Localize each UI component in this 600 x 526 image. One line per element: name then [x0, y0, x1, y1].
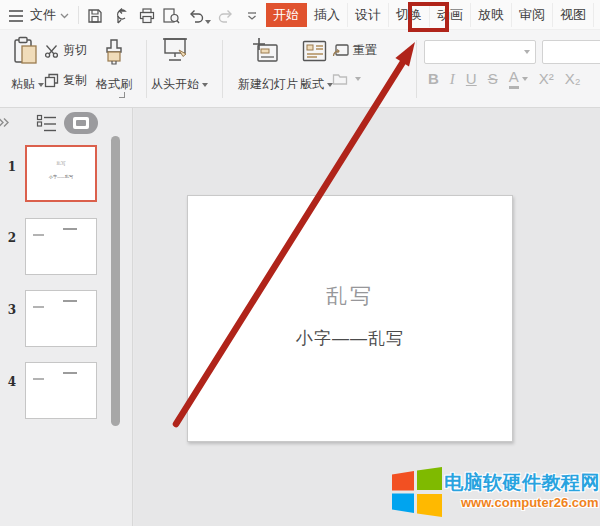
slide-view-icon [73, 117, 89, 129]
reset-label: 重置 [353, 42, 377, 59]
from-beginning-caret-icon [202, 83, 208, 87]
font-color-button[interactable]: A [509, 68, 528, 89]
thumbnail-subtitle-text: 小字——乱写 [46, 174, 77, 180]
ribbon-tabs: 开始 插入 设计 切换 动画 放映 审阅 视图 开发工具 会员专享 [266, 0, 600, 30]
tab-insert[interactable]: 插入 [307, 3, 348, 27]
slide-panel-scrollbar[interactable] [111, 136, 120, 426]
superscript-button[interactable]: X² [539, 70, 554, 88]
copy-icon [44, 73, 59, 88]
cut-button[interactable]: 剪切 [44, 42, 87, 59]
bold-button[interactable]: B [428, 70, 439, 88]
editing-area: 乱写 小字——乱写 电脑软硬件教程网 www.computer26.com [134, 108, 600, 526]
slide-view-toggle[interactable] [64, 112, 98, 134]
format-painter-icon[interactable] [102, 38, 126, 66]
print-icon[interactable] [138, 6, 156, 26]
new-slide-icon[interactable] [251, 36, 279, 66]
section-caret-icon [355, 77, 361, 81]
section-icon [332, 72, 348, 86]
slide-title[interactable]: 乱写 [188, 282, 512, 310]
new-slide-button[interactable]: 新建幻灯片 [238, 76, 307, 93]
ribbon-divider [416, 40, 417, 98]
font-format-group: B I U S A X² X₂ [428, 68, 581, 89]
slide-number: 4 [4, 375, 20, 389]
from-beginning-button[interactable]: 从头开始 [151, 76, 208, 93]
thumbnail-title-text: 乱写 [44, 160, 78, 167]
reset-button[interactable]: 重置 [332, 42, 377, 59]
tab-transitions[interactable]: 切换 [389, 3, 430, 27]
slide-subtitle[interactable]: 小字——乱写 [188, 327, 512, 350]
print-preview-icon[interactable] [162, 6, 181, 26]
thumbnail-text-placeholder [63, 228, 77, 230]
thumbnail-text-placeholder [63, 372, 77, 374]
font-size-select[interactable] [542, 40, 600, 64]
thumbnail-text-placeholder [33, 306, 44, 308]
undo-dropdown-caret-icon[interactable] [205, 12, 211, 32]
clipboard-dialog-launcher[interactable] [119, 92, 125, 98]
from-beginning-label: 从头开始 [151, 76, 199, 93]
export-pdf-icon[interactable] [112, 6, 130, 26]
tab-view[interactable]: 视图 [553, 3, 594, 27]
watermark-site-url: www.computer26.com [461, 495, 599, 510]
font-name-caret-icon [524, 50, 530, 54]
copy-button[interactable]: 复制 [44, 72, 87, 89]
customize-toolbar-icon[interactable] [246, 6, 258, 26]
file-menu-button[interactable]: 文件 [30, 0, 56, 30]
tab-dev-tools[interactable]: 开发工具 [594, 3, 600, 27]
format-painter-button[interactable]: 格式刷 [96, 76, 132, 93]
tab-home[interactable]: 开始 [266, 3, 307, 27]
slide-number: 2 [4, 231, 20, 245]
layout-icon[interactable] [302, 40, 327, 62]
slide-number: 1 [4, 160, 20, 174]
undo-icon[interactable] [188, 6, 205, 26]
reset-icon [332, 43, 349, 58]
copy-label: 复制 [63, 72, 87, 89]
ribbon-divider [146, 40, 147, 98]
slide-panel: 1 乱写 小字——乱写 2 3 4 [0, 108, 133, 526]
outline-view-button[interactable] [36, 114, 58, 133]
paste-label: 粘贴 [11, 76, 35, 93]
wps-presentation-window: 文件 开始 插入 设计 [0, 0, 600, 526]
file-menu-chevron-icon[interactable] [60, 6, 69, 26]
slide-thumbnail-2[interactable] [25, 218, 97, 275]
watermark-site-name: 电脑软硬件教程网 [444, 470, 600, 496]
thumbnail-text-placeholder [33, 378, 44, 380]
font-name-select[interactable] [424, 40, 536, 64]
scissors-icon [44, 44, 59, 58]
cut-label: 剪切 [63, 42, 87, 59]
tab-review[interactable]: 审阅 [512, 3, 553, 27]
font-color-label: A [509, 68, 519, 89]
menu-bar: 文件 开始 插入 设计 [0, 0, 600, 30]
panel-expand-chevron-icon[interactable] [0, 116, 10, 129]
slide-number: 3 [4, 303, 20, 317]
tab-animation[interactable]: 动画 [430, 3, 471, 27]
from-beginning-icon[interactable] [159, 36, 191, 66]
tab-slideshow[interactable]: 放映 [471, 3, 512, 27]
ribbon-toolbar: 粘贴 剪切 复制 格式刷 从头开始 [0, 30, 600, 108]
slide-thumbnail-4[interactable] [25, 362, 97, 419]
thumbnail-text-placeholder [63, 300, 77, 302]
underline-button[interactable]: U [466, 70, 477, 88]
ribbon-divider [222, 40, 223, 98]
font-color-caret-icon [522, 77, 528, 81]
paste-icon[interactable] [13, 36, 39, 66]
format-painter-label: 格式刷 [96, 76, 132, 93]
layout-button[interactable]: 版式 [300, 76, 333, 93]
menubar-divider [78, 6, 79, 24]
slide-canvas[interactable]: 乱写 小字——乱写 [187, 195, 513, 442]
thumbnail-text-placeholder [33, 234, 44, 236]
section-button[interactable] [332, 72, 361, 86]
new-slide-label: 新建幻灯片 [238, 76, 298, 93]
italic-button[interactable]: I [450, 70, 455, 88]
windows-logo-icon [392, 467, 442, 517]
slide-thumbnail-1[interactable]: 乱写 小字——乱写 [25, 145, 97, 202]
layout-label: 版式 [300, 76, 324, 93]
strikethrough-button[interactable]: S [488, 70, 498, 88]
hamburger-menu-icon[interactable] [8, 6, 24, 26]
save-icon[interactable] [86, 6, 104, 26]
redo-icon[interactable] [217, 6, 234, 26]
paste-button[interactable]: 粘贴 [11, 76, 44, 93]
tab-design[interactable]: 设计 [348, 3, 389, 27]
slide-thumbnail-3[interactable] [25, 290, 97, 347]
subscript-button[interactable]: X₂ [565, 70, 581, 88]
